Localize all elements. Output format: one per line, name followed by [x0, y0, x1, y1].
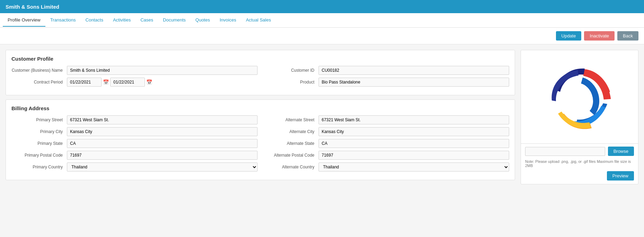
- tab-contacts[interactable]: Contacts: [81, 14, 108, 27]
- alternate-street-input[interactable]: [319, 115, 509, 124]
- primary-address-col: Primary Street Primary City Primary Stat…: [11, 115, 258, 174]
- content-area: Customer Profile Customer (Business) Nam…: [0, 44, 644, 190]
- product-input[interactable]: [319, 78, 509, 87]
- contract-date-range: 📅 📅: [67, 78, 152, 87]
- app-header: Smith & Sons Limited: [0, 0, 644, 13]
- primary-country-select[interactable]: Thailand: [67, 163, 258, 172]
- tab-cases[interactable]: Cases: [136, 14, 158, 27]
- preview-button[interactable]: Preview: [607, 171, 634, 181]
- alternate-country-label: Alternate Country: [263, 165, 319, 169]
- file-upload-area: Browse: [521, 143, 638, 159]
- customer-profile-title: Customer Profile: [11, 56, 509, 62]
- tab-activities[interactable]: Activities: [108, 14, 136, 27]
- product-row: Product: [263, 78, 509, 87]
- primary-postal-row: Primary Postal Code: [11, 151, 258, 160]
- alternate-state-label: Alternate State: [263, 141, 319, 146]
- customer-profile-left: Customer (Business) Name Contract Period…: [11, 66, 258, 89]
- alternate-country-select[interactable]: Thailand: [319, 163, 509, 172]
- tab-profile-overview[interactable]: Profile Overview: [3, 14, 45, 27]
- tab-documents[interactable]: Documents: [158, 14, 191, 27]
- tab-transactions[interactable]: Transactions: [45, 14, 81, 27]
- alternate-country-row: Alternate Country Thailand: [263, 163, 509, 172]
- contract-start-calendar-icon[interactable]: 📅: [103, 79, 109, 85]
- preview-area: Preview: [521, 170, 638, 184]
- primary-state-input[interactable]: [67, 139, 258, 148]
- company-logo: [545, 62, 614, 132]
- billing-address-columns: Primary Street Primary City Primary Stat…: [11, 115, 509, 174]
- alternate-state-row: Alternate State: [263, 139, 509, 148]
- tab-quotes[interactable]: Quotes: [191, 14, 215, 27]
- primary-country-row: Primary Country Thailand: [11, 163, 258, 172]
- inactivate-button[interactable]: Inactivate: [584, 31, 615, 41]
- alternate-state-input[interactable]: [319, 139, 509, 148]
- primary-state-label: Primary State: [11, 141, 67, 146]
- product-label: Product: [263, 80, 319, 85]
- primary-city-row: Primary City: [11, 127, 258, 136]
- primary-postal-label: Primary Postal Code: [11, 153, 67, 158]
- file-input-display: [525, 147, 605, 156]
- primary-city-input[interactable]: [67, 127, 258, 136]
- alternate-postal-input[interactable]: [319, 151, 509, 160]
- app-title: Smith & Sons Limited: [6, 4, 59, 10]
- customer-profile-columns: Customer (Business) Name Contract Period…: [11, 66, 509, 89]
- tab-actual-sales[interactable]: Actual Sales: [241, 14, 276, 27]
- alternate-address-col: Alternate Street Alternate City Alternat…: [263, 115, 509, 174]
- alternate-street-label: Alternate Street: [263, 117, 319, 122]
- contract-start-input[interactable]: [67, 78, 102, 87]
- upload-note: Note: Please upload .png, .jpg, or .gif …: [521, 159, 638, 170]
- billing-address-section: Billing Address Primary Street Primary C…: [6, 99, 515, 180]
- business-name-label: Customer (Business) Name: [11, 68, 67, 73]
- tabs-bar: Profile Overview Transactions Contacts A…: [0, 13, 644, 28]
- alternate-city-row: Alternate City: [263, 127, 509, 136]
- primary-city-label: Primary City: [11, 129, 67, 134]
- svg-point-1: [573, 91, 586, 103]
- customer-profile-right: Customer ID Product: [263, 66, 509, 89]
- toolbar: Update Inactivate Back: [0, 28, 644, 44]
- business-name-row: Customer (Business) Name: [11, 66, 258, 75]
- logo-area: [521, 50, 638, 143]
- back-button[interactable]: Back: [617, 31, 638, 41]
- alternate-postal-label: Alternate Postal Code: [263, 153, 319, 158]
- customer-profile-section: Customer Profile Customer (Business) Nam…: [6, 50, 515, 95]
- primary-street-label: Primary Street: [11, 117, 67, 122]
- contract-end-input[interactable]: [110, 78, 145, 87]
- alternate-postal-row: Alternate Postal Code: [263, 151, 509, 160]
- primary-postal-input[interactable]: [67, 151, 258, 160]
- customer-id-input[interactable]: [319, 66, 509, 75]
- primary-state-row: Primary State: [11, 139, 258, 148]
- alternate-street-row: Alternate Street: [263, 115, 509, 124]
- sidebar-panel: Browse Note: Please upload .png, .jpg, o…: [521, 50, 638, 184]
- contract-period-row: Contract Period 📅 📅: [11, 78, 258, 87]
- primary-street-row: Primary Street: [11, 115, 258, 124]
- contract-end-calendar-icon[interactable]: 📅: [146, 79, 152, 85]
- billing-address-title: Billing Address: [11, 105, 509, 111]
- browse-button[interactable]: Browse: [608, 147, 634, 156]
- update-button[interactable]: Update: [556, 31, 582, 41]
- alternate-city-input[interactable]: [319, 127, 509, 136]
- customer-id-label: Customer ID: [263, 68, 319, 73]
- primary-street-input[interactable]: [67, 115, 258, 124]
- alternate-city-label: Alternate City: [263, 129, 319, 134]
- primary-country-label: Primary Country: [11, 165, 67, 169]
- main-form: Customer Profile Customer (Business) Nam…: [6, 50, 515, 184]
- business-name-input[interactable]: [67, 66, 258, 75]
- tab-invoices[interactable]: Invoices: [215, 14, 241, 27]
- customer-id-row: Customer ID: [263, 66, 509, 75]
- contract-period-label: Contract Period: [11, 80, 67, 85]
